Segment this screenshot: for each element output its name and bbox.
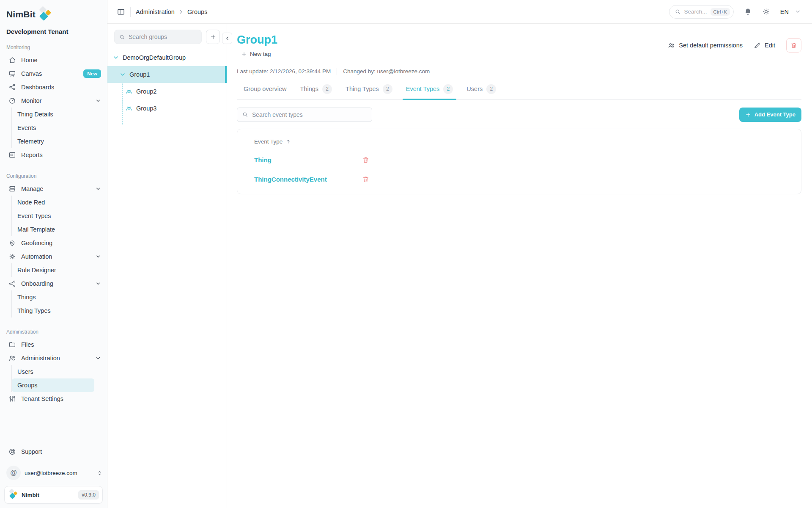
sidebar-item-files[interactable]: Files bbox=[0, 338, 107, 351]
section-label-administration: Administration bbox=[6, 329, 101, 335]
sidebar-item-thing-details[interactable]: Thing Details bbox=[12, 108, 107, 121]
tab-group-overview[interactable]: Group overview bbox=[237, 82, 294, 99]
chevron-down-icon[interactable] bbox=[95, 186, 101, 192]
home-icon bbox=[8, 56, 16, 64]
trash-icon[interactable] bbox=[362, 156, 369, 163]
group-search bbox=[114, 30, 202, 44]
sidebar-item-events[interactable]: Events bbox=[12, 121, 107, 135]
tab-count-badge: 2 bbox=[486, 84, 496, 94]
sidebar-item-mail-template[interactable]: Mail Template bbox=[12, 223, 107, 236]
brand-diamonds-icon bbox=[36, 6, 53, 24]
automation-children: Rule Designer bbox=[11, 263, 107, 277]
set-default-permissions-button[interactable]: Set default permissions bbox=[668, 42, 743, 49]
bell-icon[interactable] bbox=[744, 8, 752, 16]
plus-icon bbox=[210, 33, 217, 40]
sidebar-item-geofencing[interactable]: Geofencing bbox=[0, 236, 107, 250]
language-selector[interactable]: EN bbox=[780, 8, 789, 15]
sidebar-item-things[interactable]: Things bbox=[12, 290, 107, 304]
brand-diamonds-icon bbox=[8, 489, 19, 501]
panel-toggle-icon[interactable] bbox=[117, 8, 125, 16]
section-label-configuration: Configuration bbox=[6, 173, 101, 179]
chevron-down-icon[interactable] bbox=[95, 355, 101, 361]
chevron-down-icon[interactable] bbox=[95, 281, 101, 287]
sidebar-item-groups[interactable]: Groups bbox=[12, 378, 94, 392]
group-search-input[interactable] bbox=[129, 33, 197, 40]
gauge-icon bbox=[8, 97, 16, 105]
search-icon bbox=[675, 8, 681, 15]
edit-label: Edit bbox=[765, 42, 775, 49]
sidebar-item-rule-designer[interactable]: Rule Designer bbox=[12, 263, 107, 277]
tab-users[interactable]: Users 2 bbox=[460, 82, 503, 99]
sidebar-item-monitor[interactable]: Monitor bbox=[0, 94, 107, 108]
event-type-search-input[interactable] bbox=[252, 111, 367, 118]
event-type-link[interactable]: Thing bbox=[254, 156, 362, 163]
sidebar-item-home[interactable]: Home bbox=[0, 53, 107, 67]
table-header-event-type[interactable]: Event Type bbox=[254, 138, 784, 145]
sidebar-item-event-types[interactable]: Event Types bbox=[12, 209, 107, 223]
tab-things[interactable]: Things 2 bbox=[294, 82, 339, 99]
tree-node-root[interactable]: DemoOrgDefaultGroup bbox=[107, 49, 227, 66]
sidebar-item-label: Administration bbox=[21, 355, 60, 362]
sidebar-item-canvas[interactable]: Canvas New bbox=[0, 67, 107, 80]
sidebar-item-dashboards[interactable]: Dashboards bbox=[0, 80, 107, 94]
trash-icon[interactable] bbox=[362, 176, 369, 183]
breadcrumb-administration[interactable]: Administration bbox=[136, 8, 175, 15]
group-icon bbox=[125, 88, 133, 95]
section-label-monitoring: Monitoring bbox=[6, 44, 101, 50]
groups-tree-panel: DemoOrgDefaultGroup Group1 Group2 Group3 bbox=[107, 24, 227, 508]
support-label: Support bbox=[21, 448, 42, 455]
event-type-link[interactable]: ThingConnectivityEvent bbox=[254, 176, 362, 183]
chevron-down-icon[interactable] bbox=[95, 98, 101, 104]
flow-icon bbox=[8, 280, 16, 287]
sidebar-item-reports[interactable]: Reports bbox=[0, 148, 107, 162]
tree-node-group1[interactable]: Group1 bbox=[107, 66, 227, 83]
tab-thing-types[interactable]: Thing Types 2 bbox=[339, 82, 399, 99]
tab-count-badge: 2 bbox=[322, 84, 332, 94]
set-default-permissions-label: Set default permissions bbox=[679, 42, 743, 49]
sidebar-item-tenant-settings[interactable]: Tenant Settings bbox=[0, 392, 107, 406]
sidebar-item-onboarding[interactable]: Onboarding bbox=[0, 277, 107, 290]
sidebar-item-automation[interactable]: Automation bbox=[0, 250, 107, 263]
trash-icon bbox=[790, 42, 797, 49]
edit-button[interactable]: Edit bbox=[754, 42, 775, 49]
collapse-panel-button[interactable] bbox=[222, 33, 232, 44]
search-shortcut: Ctrl+K bbox=[710, 8, 730, 16]
chevron-right-icon bbox=[178, 9, 184, 15]
chevron-down-icon[interactable] bbox=[119, 71, 126, 78]
delete-group-button[interactable] bbox=[786, 38, 801, 52]
breadcrumb-groups[interactable]: Groups bbox=[187, 8, 208, 15]
sidebar: NimBit Development Tenant Monitoring Hom… bbox=[0, 0, 107, 508]
add-event-type-button[interactable]: Add Event Type bbox=[739, 108, 801, 122]
sidebar-item-administration[interactable]: Administration bbox=[0, 351, 107, 365]
tree-node-group2[interactable]: Group2 bbox=[107, 83, 227, 100]
sidebar-item-label: Onboarding bbox=[21, 280, 53, 287]
sidebar-item-manage[interactable]: Manage bbox=[0, 182, 107, 196]
new-tag-button[interactable]: New tag bbox=[241, 51, 271, 57]
sidebar-item-label: Reports bbox=[21, 152, 43, 158]
chevron-down-icon[interactable] bbox=[795, 8, 801, 15]
sidebar-item-thing-types[interactable]: Thing Types bbox=[12, 304, 107, 318]
sidebar-item-label: Tenant Settings bbox=[21, 395, 63, 402]
sidebar-item-node-red[interactable]: Node Red bbox=[12, 196, 107, 209]
user-menu[interactable]: @ user@iotbreeze.com bbox=[6, 466, 103, 480]
global-search[interactable]: Search... Ctrl+K bbox=[669, 5, 734, 19]
sidebar-item-support[interactable]: Support bbox=[0, 444, 107, 459]
sidebar-item-users[interactable]: Users bbox=[12, 365, 107, 378]
plus-icon bbox=[745, 112, 751, 118]
tree-node-label: DemoOrgDefaultGroup bbox=[123, 54, 186, 61]
add-group-button[interactable] bbox=[206, 30, 220, 44]
tab-count-badge: 2 bbox=[383, 84, 392, 94]
map-pin-icon bbox=[8, 239, 16, 247]
tab-label: Users bbox=[466, 86, 483, 92]
chevron-down-icon[interactable] bbox=[112, 54, 119, 61]
reports-icon bbox=[8, 151, 16, 159]
sidebar-item-telemetry[interactable]: Telemetry bbox=[12, 135, 107, 148]
tab-event-types[interactable]: Event Types 2 bbox=[399, 82, 460, 99]
chevron-down-icon[interactable] bbox=[95, 254, 101, 260]
users-icon bbox=[668, 42, 675, 49]
sidebar-item-label: Monitor bbox=[21, 97, 41, 104]
pencil-icon bbox=[754, 42, 761, 49]
plus-icon bbox=[241, 51, 247, 57]
sun-icon[interactable] bbox=[762, 8, 770, 16]
tree-node-group3[interactable]: Group3 bbox=[107, 100, 227, 117]
